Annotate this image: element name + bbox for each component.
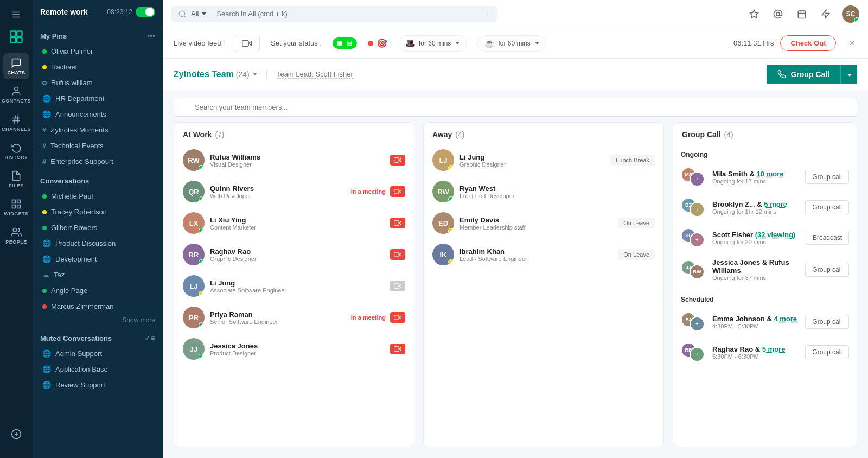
gc-avatars-emma: EJ + — [681, 312, 707, 332]
star-icon[interactable] — [746, 7, 762, 22]
muted-item-appbase[interactable]: 🌐 Application Base — [35, 361, 161, 377]
video-btn-priya[interactable] — [390, 312, 405, 323]
gc-item-jessica-rufus[interactable]: JJ RW Jessica Jones & Rufus Williams Ong… — [673, 253, 857, 287]
add-search-icon[interactable]: + — [486, 9, 490, 19]
pin-item-rufus[interactable]: Rufus william — [35, 75, 161, 91]
status-online-toggle[interactable]: 🖥 — [333, 37, 357, 49]
svg-marker-35 — [399, 190, 401, 193]
gc-item-raghav-sched[interactable]: RR + Raghav Rao & 5 more 5:30PM - 6:30PM… — [673, 337, 857, 367]
pin-item-rachael[interactable]: Rachael — [35, 59, 161, 75]
gc-btn-2[interactable]: Broadcast — [806, 231, 849, 245]
workspace-toggle[interactable] — [136, 7, 155, 17]
pins-section-header: My Pins ••• — [33, 24, 163, 43]
live-video-label: Live video feed: — [174, 39, 223, 47]
on-leave-emily: On Leave — [618, 218, 655, 228]
conv-item-development[interactable]: 🌐 Development — [35, 251, 161, 267]
sidebar-item-chats[interactable]: CHATS — [3, 53, 29, 79]
group-call-btn[interactable]: Group Call — [767, 65, 840, 84]
pin-item-technical-events[interactable]: # Technical Events — [35, 138, 161, 154]
user-avatar[interactable]: SC — [842, 5, 859, 23]
gc-item-mila[interactable]: MS + Mila Smith & 10 more Ongoing for 17… — [673, 162, 857, 192]
member-row-jessica[interactable]: JJ Jessica Jones Product Designer — [180, 333, 409, 365]
member-row-raghav[interactable]: RR Raghav Rao Graphic Designer — [180, 239, 409, 270]
timer1-btn[interactable]: 🎩 for 60 mins — [398, 35, 467, 52]
muted-options-icon[interactable]: ✓≡ — [144, 334, 155, 342]
gc-item-brooklyn[interactable]: BZ + Brooklyn Z... & 5 more Ongoing for … — [673, 192, 857, 222]
status-away-option[interactable]: 🎯 — [368, 38, 387, 48]
away-row-ryanwest[interactable]: RW Ryan West Front End Developer — [429, 176, 658, 207]
sidebar-item-people[interactable]: PEOPLE — [3, 222, 29, 249]
statusbar-close-btn[interactable]: × — [847, 37, 857, 49]
search-input[interactable] — [216, 10, 481, 18]
team-chevron — [253, 73, 257, 75]
sidebar-item-files[interactable]: FILES — [3, 166, 29, 192]
member-row-rufus[interactable]: RW Rufus Williams Visual Designer — [180, 144, 409, 176]
checkout-btn[interactable]: Check Out — [780, 35, 836, 51]
gc-btn-1[interactable]: Group call — [805, 200, 849, 214]
bottom-action[interactable] — [3, 421, 29, 447]
member-row-priya[interactable]: PR Priya Raman Senior Software Engineer … — [180, 302, 409, 333]
member-row-lijung-work[interactable]: LJ Li Jung Associate Software Engineer — [180, 270, 409, 302]
on-leave-ibrahim: On Leave — [618, 249, 655, 260]
conv-item-taz[interactable]: ☁ Taz — [35, 267, 161, 283]
muted-item-review[interactable]: 🌐 Review Support — [35, 377, 161, 393]
at-work-body: RW Rufus Williams Visual Designer — [174, 144, 414, 447]
search-members-input[interactable] — [174, 98, 857, 117]
video-btn-lixiuying[interactable] — [390, 218, 405, 228]
sidebar-item-channels[interactable]: CHANNELS — [3, 110, 29, 136]
at-icon[interactable] — [770, 7, 786, 22]
video-btn-jessica[interactable] — [390, 344, 405, 354]
gc-item-scott[interactable]: SF + Scott Fisher (32 viewing) Ongoing f… — [673, 222, 857, 253]
video-btn-rufus[interactable] — [390, 155, 405, 166]
muted-item-admin[interactable]: 🌐 Admin Support — [35, 346, 161, 361]
pin-item-moments[interactable]: # Zylnotes Moments — [35, 122, 161, 138]
conv-item-product[interactable]: 🌐 Product Discussion — [35, 236, 161, 251]
status-dot-gray — [42, 81, 47, 85]
sidebar-item-contacts[interactable]: CONTACTS — [3, 81, 29, 107]
live-video-btn[interactable] — [234, 35, 260, 52]
sidebar-item-widgets[interactable]: WIDGETS — [3, 194, 29, 220]
gc-btn-3[interactable]: Group call — [805, 263, 849, 277]
conv-item-tracey[interactable]: Tracey Robertson — [35, 204, 161, 220]
avatar-away-lijung: LJ — [432, 149, 454, 171]
member-row-lixiuying[interactable]: LX Li Xiu Ying Content Marketer — [180, 207, 409, 239]
conv-item-marcus[interactable]: Marcus Zimmerman — [35, 298, 161, 314]
lightning-icon[interactable] — [818, 7, 833, 22]
conv-item-gilbert[interactable]: Gilbert Bowers — [35, 220, 161, 236]
member-row-quinn[interactable]: QR Quinn Rivers Web Developer In a meeti… — [180, 176, 409, 207]
away-row-emily[interactable]: ED Emily Davis Member Leadership staff O… — [429, 207, 658, 239]
pin-item-announcements[interactable]: 🌐 Announcements — [35, 106, 161, 122]
pin-item-olivia[interactable]: Olivia Palmer — [35, 43, 161, 59]
gc-item-emma[interactable]: EJ + Emma Johnson & 4 more 4:30PM - 5:30… — [673, 307, 857, 337]
video-btn-lijung[interactable] — [390, 281, 405, 291]
sidebar-item-history[interactable]: HISTORY — [3, 138, 29, 164]
group-call-dropdown[interactable] — [840, 65, 857, 84]
hamburger-menu[interactable] — [7, 7, 25, 23]
conv-item-angie[interactable]: Angie Page — [35, 283, 161, 298]
video-icon-7 — [394, 345, 401, 353]
member-actions-lixiuying — [390, 218, 405, 228]
timer2-btn[interactable]: ☕ for 60 mins — [477, 35, 546, 52]
conv-item-michelle[interactable]: Michelle Paul — [35, 188, 161, 204]
gc-sched-btn-0[interactable]: Group call — [805, 315, 849, 329]
show-more-btn[interactable]: Show more — [33, 314, 163, 326]
left-panel-content: My Pins ••• Olivia Palmer Rachael Rufus … — [33, 24, 163, 458]
team-name[interactable]: Zylnotes Team (24) — [174, 69, 257, 79]
globe-icon-muted2: 🌐 — [42, 365, 51, 373]
gc-more-2: (32 viewing) — [755, 231, 795, 239]
pins-options-icon[interactable]: ••• — [147, 31, 155, 40]
pin-item-enterprise[interactable]: # Enterprise Suppourt — [35, 154, 161, 169]
avatar-rufus: RW — [183, 149, 205, 171]
video-btn-quinn[interactable] — [390, 186, 405, 197]
pin-item-hr[interactable]: 🌐 HR Department — [35, 91, 161, 106]
gc-btn-0[interactable]: Group call — [805, 170, 849, 184]
gc-sched-btn-1[interactable]: Group call — [805, 345, 849, 359]
clock-icon[interactable] — [794, 7, 809, 22]
status-green-3 — [42, 289, 47, 293]
video-icon-6 — [394, 314, 401, 321]
away-row-lijung[interactable]: LJ Li Jung Graphic Designer Lunch Break — [429, 144, 658, 176]
away-row-ibrahim[interactable]: IK Ibrahim Khan Lead - Software Engineer… — [429, 239, 658, 270]
search-scope[interactable]: All — [191, 10, 212, 18]
video-btn-raghav[interactable] — [390, 249, 405, 260]
gc-name-jessica-rufus: Jessica Jones & Rufus Williams — [712, 258, 800, 275]
